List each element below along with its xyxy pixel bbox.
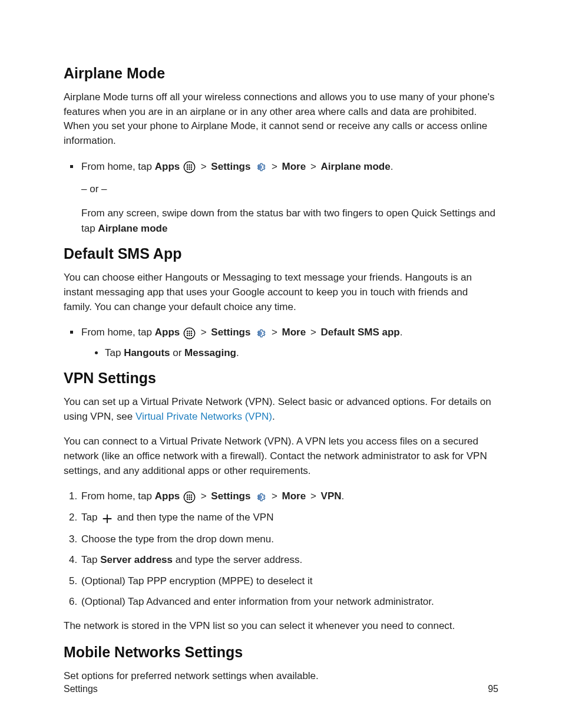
para-sms-intro: You can choose either Hangouts or Messag…: [64, 271, 498, 314]
plus-icon: [101, 510, 114, 526]
separator-gt: >: [309, 161, 318, 172]
svg-point-17: [187, 335, 188, 336]
text-vpn-1a: You can set up a Virtual Private Network…: [64, 396, 491, 422]
list-sms-sub: Tap Hangouts or Messaging.: [81, 345, 498, 361]
period: .: [342, 490, 345, 502]
text-tap: Tap: [81, 512, 100, 523]
page-footer: Settings 95: [64, 684, 498, 694]
heading-default-sms: Default SMS App: [64, 245, 498, 262]
svg-point-19: [191, 335, 192, 336]
svg-point-27: [187, 499, 188, 500]
heading-vpn-settings: VPN Settings: [64, 370, 498, 387]
text-vpn-1c: .: [272, 411, 275, 422]
label-apps: Apps: [155, 161, 180, 172]
svg-point-22: [189, 495, 190, 496]
svg-point-9: [191, 169, 192, 170]
text-vpn-name: and then type the name of the VPN: [114, 512, 273, 523]
list-item: From home, tap Apps > Settings > More > …: [80, 489, 498, 504]
svg-point-29: [191, 499, 192, 500]
footer-page-number: 95: [488, 684, 498, 694]
list-item: Tap Hangouts or Messaging.: [105, 345, 498, 361]
list-item: From home, tap Apps > Settings > More > …: [80, 159, 498, 236]
label-apps: Apps: [155, 327, 180, 338]
list-item: Tap Server address and type the server a…: [80, 552, 498, 568]
svg-point-5: [189, 167, 190, 168]
settings-gear-icon: [254, 159, 266, 174]
label-more: More: [282, 327, 306, 338]
separator-gt: >: [309, 327, 318, 338]
separator-gt: >: [270, 161, 279, 172]
svg-point-6: [191, 167, 192, 168]
list-vpn-steps: From home, tap Apps > Settings > More > …: [64, 489, 498, 610]
settings-gear-icon: [254, 325, 266, 341]
svg-point-16: [191, 332, 192, 334]
label-default-sms-app: Default SMS app: [321, 327, 400, 338]
label-settings: Settings: [211, 327, 250, 338]
document-page: Airplane Mode Airplane Mode turns off al…: [0, 0, 562, 728]
label-settings: Settings: [211, 161, 250, 172]
text-type-address: and type the server address.: [173, 554, 302, 565]
text-tap: Tap: [105, 347, 124, 358]
svg-point-13: [191, 331, 192, 332]
or-separator: – or –: [81, 182, 498, 197]
text-from-home: From home, tap: [81, 327, 155, 338]
label-vpn: VPN: [321, 490, 342, 502]
apps-icon: [183, 489, 196, 505]
label-server-address: Server address: [100, 554, 173, 565]
svg-point-12: [189, 331, 190, 332]
text-from-home: From home, tap: [81, 490, 155, 502]
period: .: [400, 327, 403, 338]
label-more: More: [282, 161, 306, 172]
para-vpn-intro-2: You can connect to a Virtual Private Net…: [64, 434, 498, 478]
label-airplane-mode: Airplane mode: [321, 161, 391, 172]
separator-gt: >: [309, 490, 318, 502]
separator-gt: >: [199, 161, 209, 172]
list-item: Choose the type from the drop down menu.: [80, 532, 498, 547]
list-sms-steps: From home, tap Apps > Settings > More > …: [64, 325, 498, 360]
separator-gt: >: [270, 490, 279, 502]
para-airplane-intro: Airplane Mode turns off all your wireles…: [64, 90, 498, 149]
label-settings: Settings: [211, 490, 250, 502]
svg-point-23: [191, 495, 192, 496]
list-item: Tap and then type the name of the VPN: [80, 510, 498, 525]
svg-point-18: [189, 335, 190, 336]
label-airplane-mode-quick: Airplane mode: [98, 223, 167, 234]
label-more: More: [282, 490, 306, 502]
list-item: (Optional) Tap Advanced and enter inform…: [80, 594, 498, 610]
heading-airplane-mode: Airplane Mode: [64, 65, 498, 82]
apps-icon: [183, 325, 196, 341]
svg-point-15: [189, 332, 190, 334]
label-apps: Apps: [155, 490, 180, 502]
separator-gt: >: [199, 490, 209, 502]
label-hangouts: Hangouts: [124, 347, 170, 358]
svg-point-2: [189, 164, 190, 166]
label-messaging: Messaging: [184, 347, 236, 358]
svg-point-25: [189, 496, 190, 498]
svg-point-11: [187, 331, 188, 332]
svg-point-3: [191, 164, 192, 166]
svg-point-14: [187, 332, 188, 334]
svg-point-7: [187, 169, 188, 170]
text-from-home: From home, tap: [81, 161, 155, 172]
text-or: or: [170, 347, 185, 358]
text-tap: Tap: [81, 554, 100, 565]
svg-point-4: [187, 167, 188, 168]
link-vpn-details[interactable]: Virtual Private Networks (VPN): [135, 411, 272, 422]
settings-gear-icon: [254, 489, 266, 505]
para-mobile-intro: Set options for preferred network settin…: [64, 669, 498, 684]
heading-mobile-networks: Mobile Networks Settings: [64, 644, 498, 661]
separator-gt: >: [199, 327, 209, 338]
svg-point-28: [189, 499, 190, 500]
para-vpn-stored: The network is stored in the VPN list so…: [64, 619, 498, 634]
list-item: From home, tap Apps > Settings > More > …: [80, 325, 498, 360]
separator-gt: >: [270, 327, 279, 338]
apps-icon: [183, 159, 196, 174]
svg-point-21: [187, 495, 188, 496]
list-airplane-steps: From home, tap Apps > Settings > More > …: [64, 159, 498, 236]
text-swipe-instruction: From any screen, swipe down from the sta…: [81, 206, 498, 236]
para-vpn-intro-1: You can set up a Virtual Private Network…: [64, 395, 498, 424]
svg-point-24: [187, 496, 188, 498]
svg-point-8: [189, 169, 190, 170]
svg-point-26: [191, 496, 192, 498]
svg-point-1: [187, 164, 188, 166]
